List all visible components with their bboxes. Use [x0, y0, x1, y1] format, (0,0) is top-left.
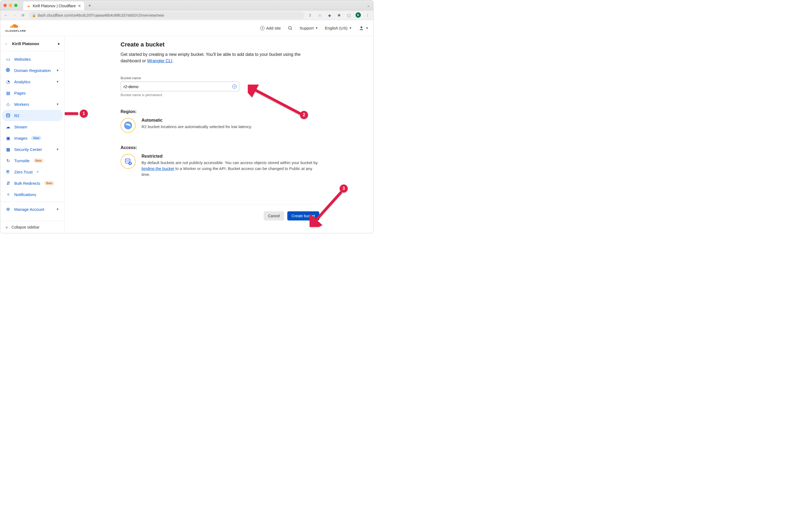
annotation-arrow-2 — [248, 84, 304, 117]
sidebar-item-label: Turnstile — [14, 158, 30, 163]
sidepanel-icon[interactable]: ▢ — [346, 12, 352, 18]
chevron-down-icon: ▼ — [56, 80, 59, 83]
collapse-icon: « — [6, 225, 8, 229]
kebab-menu-icon[interactable]: ⋮ — [365, 12, 370, 18]
sidebar-item-bulk-redirects[interactable]: ⇵ Bulk Redirects Beta — [0, 177, 64, 189]
svg-point-7 — [125, 159, 130, 160]
svg-line-2 — [291, 29, 292, 30]
back-icon[interactable]: ← — [3, 12, 9, 18]
region-title: Automatic — [141, 118, 252, 123]
sidebar-item-label: Domain Registration — [14, 68, 51, 73]
user-menu[interactable]: ▼ — [359, 25, 368, 31]
language-dropdown[interactable]: English (US) ▼ — [325, 26, 352, 30]
sidebar-item-label: Security Center — [14, 147, 42, 152]
svg-point-4 — [6, 114, 10, 115]
sidebar-item-label: R2 — [14, 113, 19, 118]
forward-icon[interactable]: → — [11, 12, 17, 18]
svg-text:CLOUDFLARE: CLOUDFLARE — [5, 29, 26, 32]
sidebar-item-label: Bulk Redirects — [14, 181, 40, 185]
cloudflare-favicon-icon: ☁︎ — [26, 4, 31, 8]
sidebar-item-images[interactable]: ▣ Images New — [0, 132, 64, 144]
bucket-name-input[interactable] — [121, 81, 239, 91]
external-link-icon: ↗ — [36, 170, 39, 174]
sidebar-item-domain-registration[interactable]: 🌐︎ Domain Registration ▼ — [0, 65, 64, 76]
browser-titlebar: ☁︎ Kirill Platonov | Cloudflare ✕ ＋ ⌄ — [0, 0, 373, 10]
share-icon[interactable]: ⇪ — [307, 12, 313, 18]
minimize-window-icon[interactable] — [9, 4, 12, 7]
chevron-down-icon: ▼ — [349, 26, 352, 30]
cancel-button[interactable]: Cancel — [264, 211, 284, 220]
tab-title: Kirill Platonov | Cloudflare — [33, 4, 76, 8]
lock-icon: 🔒 — [32, 13, 36, 17]
sidebar-item-zero-trust[interactable]: ⛨ Zero Trust ↗ — [0, 166, 64, 177]
bucket-name-label: Bucket name — [121, 76, 319, 80]
sidebar-item-label: Notifications — [14, 192, 36, 197]
access-heading: Access: — [121, 145, 319, 150]
beta-badge: Beta — [33, 158, 44, 163]
chevron-down-icon: ▼ — [56, 103, 59, 106]
security-center-icon: ▩ — [6, 147, 10, 152]
cloudflare-logo[interactable]: CLOUDFLARE — [5, 23, 35, 33]
wrangler-cli-link[interactable]: Wrangler CLI — [147, 59, 172, 63]
region-globe-icon — [121, 118, 135, 133]
sidebar-item-stream[interactable]: ☁︎ Stream — [0, 121, 64, 132]
sidebar-item-label: Analytics — [14, 79, 31, 84]
new-tab-icon[interactable]: ＋ — [87, 2, 92, 9]
window-controls — [3, 4, 17, 7]
sidebar-item-notifications[interactable]: ✧ Notifications — [0, 189, 64, 200]
svg-point-1 — [288, 26, 291, 29]
gear-icon: ⚙︎ — [6, 207, 10, 212]
add-site-button[interactable]: + Add site — [260, 26, 281, 30]
close-tab-icon[interactable]: ✕ — [78, 4, 81, 8]
reload-icon[interactable]: ⟳ — [20, 12, 26, 18]
account-name: Kirill Platonov — [12, 41, 54, 46]
sidebar-item-security-center[interactable]: ▩ Security Center ▼ — [0, 144, 64, 155]
images-icon: ▣ — [6, 135, 10, 141]
stream-icon: ☁︎ — [6, 124, 10, 129]
sidebar-item-turnstile[interactable]: ↻ Turnstile Beta — [0, 155, 64, 166]
support-label: Support — [300, 26, 314, 30]
cloudflare-logo-icon: CLOUDFLARE — [5, 23, 35, 33]
back-arrow-icon[interactable]: ← — [5, 42, 8, 46]
tab-overflow-icon[interactable]: ⌄ — [367, 3, 370, 7]
browser-toolbar: ← → ⟳ 🔒 dash.cloudflare.com/ce46cdc20f7c… — [0, 10, 373, 20]
main-content: Create a bucket Get started by creating … — [65, 36, 373, 233]
sidebar-item-manage-account[interactable]: ⚙︎ Manage Account ▼ — [0, 204, 64, 215]
svg-line-12 — [313, 192, 341, 224]
chevron-right-icon: ▶ — [58, 42, 60, 45]
sidebar-item-websites[interactable]: ▭ Websites — [0, 53, 64, 65]
workers-icon: ◇ — [6, 102, 10, 107]
bookmark-icon[interactable]: ☆ — [317, 12, 323, 18]
sidebar-item-r2[interactable]: R2 — [2, 110, 63, 121]
close-window-icon[interactable] — [3, 4, 7, 7]
sidebar-item-label: Manage Account — [14, 207, 44, 212]
chevron-down-icon: ▼ — [56, 148, 59, 151]
access-info: Restricted By default buckets are not pu… — [121, 154, 319, 177]
maximize-window-icon[interactable] — [14, 4, 17, 7]
profile-avatar[interactable]: K — [355, 12, 361, 18]
annotation-badge-3: 3 — [340, 184, 348, 192]
annotation-badge-1: 1 — [80, 110, 88, 118]
support-dropdown[interactable]: Support ▼ — [300, 26, 318, 30]
sidebar-nav: ▭ Websites 🌐︎ Domain Registration ▼ ◔ An… — [0, 51, 64, 221]
add-site-icon: + — [260, 26, 265, 30]
chevron-down-icon: ▼ — [56, 69, 59, 72]
chevron-down-icon: ▼ — [56, 208, 59, 211]
browser-tab[interactable]: ☁︎ Kirill Platonov | Cloudflare ✕ — [23, 1, 84, 10]
collapse-label: Collapse sidebar — [11, 225, 40, 229]
sidebar-item-pages[interactable]: ▤ Pages — [0, 87, 64, 99]
sidebar-item-analytics[interactable]: ◔ Analytics ▼ — [0, 76, 64, 87]
intro-text: Get started by creating a new empty buck… — [121, 51, 319, 64]
extension-icon[interactable]: ◆ — [327, 12, 333, 18]
sidebar-item-workers[interactable]: ◇ Workers ▼ — [0, 99, 64, 110]
search-icon[interactable] — [288, 26, 293, 31]
address-bar[interactable]: 🔒 dash.cloudflare.com/ce46cdc20f7caaea46… — [29, 11, 304, 19]
chevron-down-icon: ▼ — [315, 26, 318, 30]
account-selector[interactable]: ← Kirill Platonov ▶ — [0, 36, 64, 51]
sidebar-item-label: Images — [14, 136, 27, 140]
turnstile-icon: ↻ — [6, 158, 10, 163]
collapse-sidebar-button[interactable]: « Collapse sidebar — [0, 221, 64, 233]
annotation-arrow-3 — [309, 189, 345, 227]
binding-bucket-link[interactable]: binding the bucket — [141, 166, 174, 171]
extensions-menu-icon[interactable]: ✱ — [336, 12, 342, 18]
